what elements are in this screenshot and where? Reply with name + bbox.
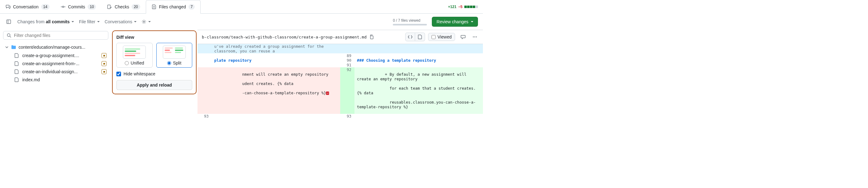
- hide-whitespace-row[interactable]: Hide whitespace: [116, 71, 192, 76]
- comment-button[interactable]: [458, 33, 468, 41]
- unified-radio[interactable]: [125, 61, 129, 65]
- label: Conversations: [105, 19, 132, 24]
- tab-label: Checks: [115, 4, 129, 9]
- label: Unified: [131, 60, 144, 65]
- folder-icon: [11, 45, 16, 50]
- chevron-down-icon: [97, 21, 100, 22]
- svg-point-10: [7, 34, 10, 36]
- file-icon: [14, 61, 19, 66]
- diff-row: plate repository 90### Choosing a templa…: [197, 58, 483, 63]
- diff-table: u've already created a group assignment …: [197, 44, 483, 118]
- unified-radio-row[interactable]: Unified: [125, 60, 144, 65]
- file-path[interactable]: b-classroom/teach-with-github-classroom/…: [202, 35, 367, 39]
- line-num: 93: [197, 114, 212, 118]
- diff-row: 89: [197, 53, 483, 58]
- svg-point-9: [143, 21, 145, 22]
- split-radio-row[interactable]: Split: [167, 60, 181, 65]
- counter: 14: [41, 4, 50, 9]
- diff-row: 91: [197, 63, 483, 67]
- diff-row: nment will create an empty repository ud…: [197, 67, 483, 114]
- tab-conversation[interactable]: Conversation 14: [0, 0, 55, 14]
- code-text: + By default, a new assignment will crea…: [354, 67, 483, 114]
- split-radio[interactable]: [167, 61, 171, 65]
- code-text: plate repository: [212, 58, 340, 63]
- code-text: nment will create an empty repository ud…: [212, 67, 340, 114]
- diff-view-split-option[interactable]: Split: [156, 43, 192, 68]
- diff-view-popover: Diff view Unified: [112, 30, 196, 94]
- review-changes-button[interactable]: Review changes: [432, 17, 478, 27]
- tab-checks[interactable]: Checks 20: [101, 0, 146, 14]
- counter: 10: [88, 4, 96, 9]
- display-mode-segment: [405, 33, 425, 41]
- modified-badge-icon: [101, 61, 106, 66]
- line-num: 89: [340, 53, 354, 58]
- svg-point-0: [63, 6, 64, 7]
- hide-whitespace-checkbox[interactable]: [116, 72, 121, 76]
- comment-discussion-icon: [6, 4, 10, 9]
- tab-commits[interactable]: Commits 10: [55, 0, 102, 14]
- label-value: all commits: [46, 19, 70, 24]
- checklist-icon: [107, 4, 112, 9]
- svg-point-15: [476, 36, 477, 37]
- conversations-dropdown[interactable]: Conversations: [105, 19, 137, 24]
- diff-row: 93 93: [197, 114, 483, 118]
- chevron-down-icon: [71, 21, 74, 22]
- trailing-newline-marker-icon: ⏎: [326, 91, 329, 95]
- file-name: create-an-individual-assign...: [22, 69, 78, 74]
- line-num: 93: [340, 114, 354, 118]
- svg-point-13: [473, 36, 474, 37]
- tree-folder[interactable]: content/education/manage-cours...: [3, 43, 108, 52]
- main-area: content/education/manage-cours... create…: [0, 30, 483, 118]
- changes-from-dropdown[interactable]: Changes from all commits: [17, 19, 74, 24]
- tab-label: Conversation: [13, 4, 39, 9]
- kebab-icon[interactable]: [471, 33, 478, 41]
- filter-changed-files-box[interactable]: [3, 31, 108, 40]
- filter-input[interactable]: [14, 33, 105, 38]
- diff-view-unified-option[interactable]: Unified: [116, 43, 153, 68]
- file-name: index.md: [22, 77, 40, 82]
- file-tree-sidebar: content/education/manage-cours... create…: [0, 30, 112, 118]
- tab-label: Commits: [68, 4, 85, 9]
- files-viewed-progress: 0 / 7 files viewed: [393, 18, 427, 25]
- label: Split: [173, 60, 181, 65]
- apply-and-reload-button[interactable]: Apply and reload: [116, 80, 192, 90]
- tree-file[interactable]: create-a-group-assignment....: [3, 52, 108, 59]
- diff-settings-dropdown[interactable]: [142, 19, 151, 24]
- hunk-text: u've already created a group assignment …: [212, 44, 340, 53]
- diffstat-blocks: [464, 6, 478, 8]
- tree-file[interactable]: create-an-assignment-from-...: [3, 59, 108, 68]
- svg-rect-12: [371, 36, 373, 39]
- viewed-checkbox[interactable]: [432, 35, 436, 39]
- rendered-view-button[interactable]: [415, 33, 425, 41]
- file-icon: [14, 69, 19, 74]
- chevron-down-icon: [5, 45, 9, 49]
- additions-count: +121: [448, 5, 456, 9]
- svg-rect-3: [108, 5, 111, 9]
- folder-label: content/education/manage-cours...: [19, 45, 86, 50]
- modified-badge-icon: [101, 69, 106, 74]
- copy-path-icon[interactable]: [369, 34, 374, 39]
- sidebar-collapse-icon[interactable]: [5, 18, 12, 25]
- label-prefix: Changes from: [17, 19, 44, 24]
- chevron-down-icon: [471, 21, 473, 22]
- diffstat: +121 −5: [448, 5, 478, 9]
- code-text: ### Choosing a template repository: [354, 58, 483, 63]
- svg-line-11: [10, 36, 11, 37]
- chevron-down-icon: [134, 21, 136, 22]
- file-filter-dropdown[interactable]: File filter: [79, 19, 100, 24]
- tab-files-changed[interactable]: Files changed 7: [146, 0, 201, 14]
- tree-file[interactable]: index.md: [3, 76, 108, 84]
- hunk-header-row[interactable]: u've already created a group assignment …: [197, 44, 483, 53]
- viewed-toggle[interactable]: Viewed: [428, 33, 455, 41]
- file-header: b-classroom/teach-with-github-classroom/…: [197, 30, 483, 44]
- deletions-count: −5: [458, 5, 463, 9]
- svg-point-14: [474, 36, 475, 37]
- search-icon: [6, 33, 11, 38]
- svg-rect-7: [7, 20, 11, 24]
- file-icon: [14, 53, 19, 58]
- tree-file[interactable]: create-an-individual-assign...: [3, 68, 108, 76]
- source-view-button[interactable]: [405, 33, 415, 41]
- label: Apply and reload: [137, 82, 172, 87]
- chevron-down-icon: [148, 21, 151, 22]
- git-commit-icon: [61, 4, 66, 9]
